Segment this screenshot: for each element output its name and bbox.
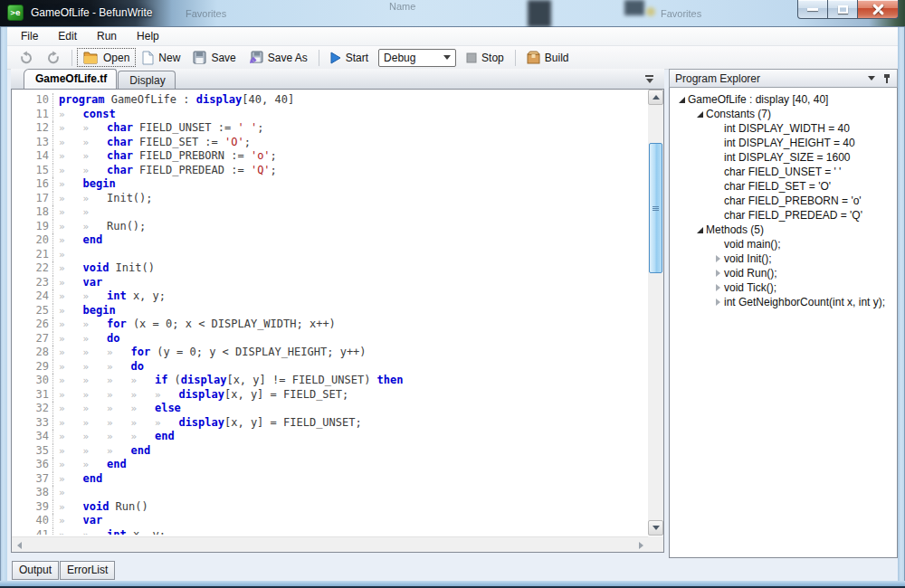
code-line[interactable]: 11»const [12,108,648,122]
open-button[interactable]: Open [77,48,136,67]
expander-collapsed-icon[interactable] [716,270,720,277]
pin-icon[interactable] [882,73,891,84]
code-line[interactable]: 30»»»»if (display[x, y] != FIELD_UNSET) … [12,374,648,388]
menu-item-run[interactable]: Run [87,28,127,44]
app-icon[interactable]: >e [7,5,24,21]
close-button[interactable] [858,0,899,19]
code-line[interactable]: 39»void Run() [12,500,648,515]
tree-box[interactable]: GameOfLife : display [40, 40]Constants (… [669,88,898,558]
expander-expanded-icon[interactable] [679,97,685,103]
scrollbar-thumb[interactable] [649,143,662,273]
scroll-down-button[interactable] [648,520,663,536]
code-line[interactable]: 32»»»»else [12,402,648,416]
tree-item[interactable]: char FIELD_PREDEAD = 'Q' [670,208,897,223]
new-button[interactable]: New [136,48,186,68]
code-line[interactable]: 26»»for (x = 0; x < DISPLAY_WIDTH; x++) [12,318,648,332]
tree-item[interactable]: char FIELD_PREBORN = 'o' [670,194,897,208]
menubar: File Edit Run Help [7,27,898,46]
tab-whitespace-marker: » [59,192,82,206]
toolbar-separator [71,50,72,66]
line-number: 27 [12,332,53,346]
document-list-dropdown-icon[interactable] [645,75,653,83]
redo-button[interactable] [40,48,67,68]
tree-item[interactable]: int DISPLAY_HEIGHT = 40 [670,136,897,150]
horizontal-scrollbar[interactable] [12,536,648,552]
panel-menu-chevron-down-icon[interactable] [868,76,875,81]
code-line[interactable]: 19»»Run(); [12,220,648,234]
expander-collapsed-icon[interactable] [716,255,720,262]
code-line[interactable]: 27»»do [12,332,648,346]
expander-expanded-icon[interactable] [697,227,703,233]
expander-expanded-icon[interactable] [697,111,703,118]
tree-item[interactable]: void Tick(); [670,280,897,295]
code-line[interactable]: 17»»Init(); [12,192,648,206]
code-line[interactable]: 24»»int x, y; [12,289,648,304]
code-line[interactable]: 12»»char FIELD_UNSET := ' '; [12,121,648,136]
titlebar[interactable]: Favorites Name Favorites >e GameOfLife -… [0,0,905,27]
scroll-up-button[interactable] [648,90,663,105]
stop-button[interactable]: Stop [460,49,510,67]
tree-item[interactable]: char FIELD_UNSET = ' ' [670,165,897,179]
code-line[interactable]: 25»begin [12,304,648,318]
code-viewport[interactable]: 10program GameOfLife : display[40, 40]11… [12,90,648,535]
menu-item-help[interactable]: Help [127,28,169,44]
tree-item[interactable]: int DISPLAY_SIZE = 1600 [670,150,897,165]
menu-item-file[interactable]: File [11,28,48,44]
expander-collapsed-icon[interactable] [716,299,720,306]
code-line[interactable]: 29»»»do [12,360,648,375]
code-line[interactable]: 41»»int x, y; [12,528,648,536]
code-line[interactable]: 35»»»end [12,444,648,459]
tree-item[interactable]: void Run(); [670,266,897,280]
line-number: 38 [12,486,53,500]
tree-item[interactable]: void Init(); [670,251,897,266]
maximize-button[interactable] [828,0,858,19]
code-line[interactable]: 40»var [12,514,648,528]
code-line[interactable]: 13»»char FIELD_SET := 'O'; [12,136,648,150]
code-line[interactable]: 16»begin [12,177,648,192]
panel-header[interactable]: Program Explorer [669,69,898,88]
tree-item[interactable]: GameOfLife : display [40, 40] [670,92,897,107]
code-line[interactable]: 28»»»for (y = 0; y < DISPLAY_HEIGHT; y++… [12,346,648,360]
tree-item[interactable]: Constants (7) [670,107,897,121]
save-button[interactable]: Save [186,48,242,67]
output-tab[interactable]: Output [12,561,59,580]
code-line[interactable]: 21» [12,248,648,262]
save-as-button[interactable]: Save As [243,48,314,67]
tree-item[interactable]: int DISPLAY_WIDTH = 40 [670,121,897,136]
undo-button[interactable] [13,48,40,68]
line-number: 28 [12,346,53,360]
code-line[interactable]: 38» [12,486,648,500]
scroll-right-button[interactable] [634,538,648,552]
keyword-token: begin [82,177,115,192]
build-button[interactable]: Build [520,48,576,67]
code-line[interactable]: 10program GameOfLife : display[40, 40] [12,93,648,108]
minimize-button[interactable] [797,0,828,19]
tab-display[interactable]: Display [118,71,175,89]
tab-gameoflife[interactable]: GameOfLife.tf [24,69,117,89]
code-line[interactable]: 22»void Init() [12,261,648,276]
code-line[interactable]: 23»var [12,276,648,290]
vertical-scrollbar[interactable] [648,90,663,536]
code-line[interactable]: 20»end [12,233,648,248]
code-line[interactable]: 37»end [12,472,648,487]
menu-item-edit[interactable]: Edit [48,28,87,44]
tree-item[interactable]: int GetNeighborCount(int x, int y); [670,295,897,309]
code-editor[interactable]: 10program GameOfLife : display[40, 40]11… [11,89,664,553]
code-line[interactable]: 36»»end [12,458,648,472]
start-button[interactable]: Start [324,49,375,67]
application-window: Favorites Name Favorites >e GameOfLife -… [0,0,905,588]
expander-collapsed-icon[interactable] [716,284,720,291]
code-line[interactable]: 34»»»»end [12,430,648,444]
scroll-left-button[interactable] [12,538,26,552]
code-line[interactable]: 18»» [12,205,648,220]
tree-item[interactable]: Methods (5) [670,223,897,237]
code-line[interactable]: 15»»char FIELD_PREDEAD := 'Q'; [12,164,648,178]
debug-mode-select[interactable]: Debug [378,49,456,67]
code-line[interactable]: 14»»char FIELD_PREBORN := 'o'; [12,149,648,164]
tab-whitespace-marker: » [82,444,106,459]
code-line[interactable]: 31»»»»»display[x, y] = FIELD_SET; [12,388,648,403]
tree-item[interactable]: char FIELD_SET = 'O' [670,179,897,194]
tree-item[interactable]: void main(); [670,237,897,251]
errorlist-tab[interactable]: ErrorList [60,561,115,580]
code-line[interactable]: 33»»»»»display[x, y] = FIELD_UNSET; [12,416,648,431]
